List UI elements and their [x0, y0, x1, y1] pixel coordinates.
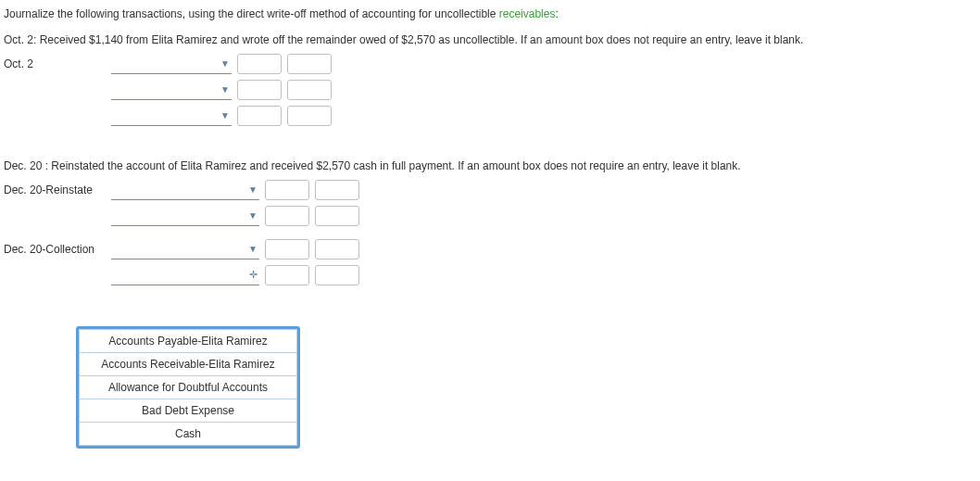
entry-instruction: Oct. 2: Received $1,140 from Elita Ramir… [4, 33, 976, 46]
credit-input[interactable] [315, 265, 359, 285]
date-label [4, 122, 106, 126]
instruction-suffix: : [555, 7, 558, 20]
debit-input[interactable] [237, 54, 282, 74]
dropdown-option[interactable]: Cash [80, 423, 297, 446]
date-label: Dec. 20-Reinstate [4, 184, 106, 200]
account-select[interactable] [111, 81, 232, 100]
debit-input[interactable] [265, 206, 309, 226]
date-label [4, 282, 106, 285]
debit-input[interactable] [265, 265, 309, 285]
receivables-link[interactable]: receivables [499, 7, 556, 20]
debit-input[interactable] [237, 106, 282, 126]
credit-input[interactable] [287, 106, 332, 126]
instruction-prefix: Journalize the following transactions, u… [4, 7, 499, 20]
date-label [4, 96, 106, 100]
dropdown-option[interactable]: Allowance for Doubtful Accounts [80, 376, 297, 399]
account-select[interactable] [111, 181, 259, 200]
date-label: Oct. 2 [4, 57, 106, 74]
entry-instruction: Dec. 20 : Reinstated the account of Elit… [4, 159, 976, 172]
account-dropdown-menu[interactable]: Accounts Payable-Elita RamirezAccounts R… [76, 326, 300, 449]
date-label: Dec. 20-Collection [4, 243, 106, 259]
credit-input[interactable] [315, 180, 359, 200]
dropdown-option[interactable]: Accounts Receivable-Elita Ramirez [80, 353, 297, 376]
main-instruction: Journalize the following transactions, u… [4, 7, 976, 20]
credit-input[interactable] [287, 54, 332, 74]
account-select[interactable] [111, 240, 259, 259]
credit-input[interactable] [287, 80, 332, 100]
dropdown-option[interactable]: Bad Debt Expense [80, 399, 297, 423]
debit-input[interactable] [237, 80, 282, 100]
debit-input[interactable] [265, 239, 309, 259]
dropdown-option[interactable]: Accounts Payable-Elita Ramirez [80, 330, 297, 353]
account-select[interactable] [111, 107, 232, 126]
account-select[interactable] [111, 55, 232, 74]
debit-input[interactable] [265, 180, 309, 200]
credit-input[interactable] [315, 239, 359, 259]
account-select[interactable] [111, 266, 259, 285]
account-select[interactable] [111, 207, 259, 226]
credit-input[interactable] [315, 206, 359, 226]
date-label [4, 222, 106, 226]
